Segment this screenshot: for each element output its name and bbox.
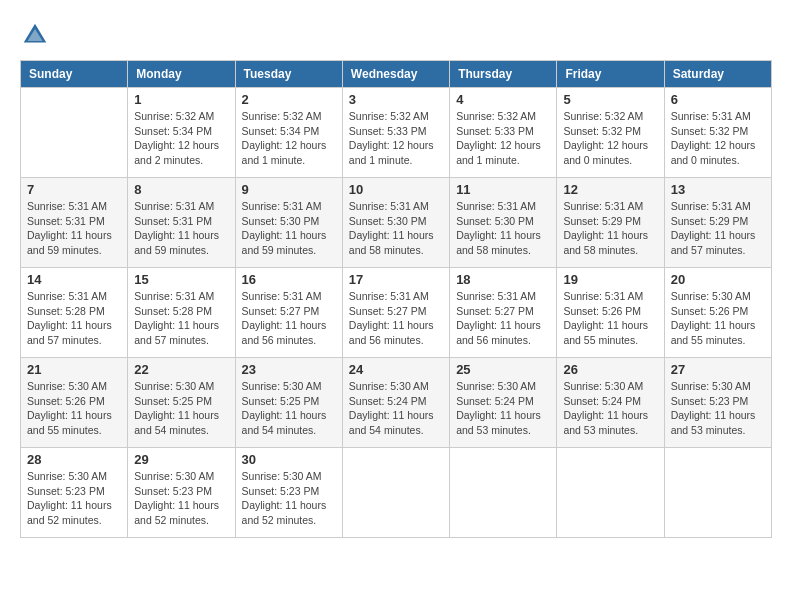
day-info: Sunrise: 5:31 AM Sunset: 5:30 PM Dayligh… [349, 199, 443, 258]
calendar-cell: 18Sunrise: 5:31 AM Sunset: 5:27 PM Dayli… [450, 268, 557, 358]
day-info: Sunrise: 5:30 AM Sunset: 5:24 PM Dayligh… [456, 379, 550, 438]
calendar-body: 1Sunrise: 5:32 AM Sunset: 5:34 PM Daylig… [21, 88, 772, 538]
weekday-header-tuesday: Tuesday [235, 61, 342, 88]
day-number: 21 [27, 362, 121, 377]
day-number: 18 [456, 272, 550, 287]
weekday-header-row: SundayMondayTuesdayWednesdayThursdayFrid… [21, 61, 772, 88]
calendar-cell: 4Sunrise: 5:32 AM Sunset: 5:33 PM Daylig… [450, 88, 557, 178]
calendar-table: SundayMondayTuesdayWednesdayThursdayFrid… [20, 60, 772, 538]
day-number: 27 [671, 362, 765, 377]
day-info: Sunrise: 5:31 AM Sunset: 5:32 PM Dayligh… [671, 109, 765, 168]
day-info: Sunrise: 5:30 AM Sunset: 5:23 PM Dayligh… [134, 469, 228, 528]
calendar-cell [450, 448, 557, 538]
calendar-cell: 24Sunrise: 5:30 AM Sunset: 5:24 PM Dayli… [342, 358, 449, 448]
calendar-cell [664, 448, 771, 538]
calendar-cell: 20Sunrise: 5:30 AM Sunset: 5:26 PM Dayli… [664, 268, 771, 358]
day-number: 30 [242, 452, 336, 467]
day-number: 9 [242, 182, 336, 197]
calendar-cell: 28Sunrise: 5:30 AM Sunset: 5:23 PM Dayli… [21, 448, 128, 538]
calendar-week-row: 7Sunrise: 5:31 AM Sunset: 5:31 PM Daylig… [21, 178, 772, 268]
weekday-header-monday: Monday [128, 61, 235, 88]
day-number: 10 [349, 182, 443, 197]
weekday-header-wednesday: Wednesday [342, 61, 449, 88]
day-info: Sunrise: 5:31 AM Sunset: 5:26 PM Dayligh… [563, 289, 657, 348]
day-number: 28 [27, 452, 121, 467]
calendar-cell: 6Sunrise: 5:31 AM Sunset: 5:32 PM Daylig… [664, 88, 771, 178]
header [20, 20, 772, 50]
day-number: 11 [456, 182, 550, 197]
day-info: Sunrise: 5:30 AM Sunset: 5:25 PM Dayligh… [134, 379, 228, 438]
calendar-cell [342, 448, 449, 538]
calendar-cell: 30Sunrise: 5:30 AM Sunset: 5:23 PM Dayli… [235, 448, 342, 538]
day-info: Sunrise: 5:31 AM Sunset: 5:30 PM Dayligh… [456, 199, 550, 258]
logo-icon [20, 20, 50, 50]
calendar-cell: 26Sunrise: 5:30 AM Sunset: 5:24 PM Dayli… [557, 358, 664, 448]
day-number: 19 [563, 272, 657, 287]
calendar-week-row: 28Sunrise: 5:30 AM Sunset: 5:23 PM Dayli… [21, 448, 772, 538]
day-number: 16 [242, 272, 336, 287]
calendar-cell: 17Sunrise: 5:31 AM Sunset: 5:27 PM Dayli… [342, 268, 449, 358]
day-info: Sunrise: 5:31 AM Sunset: 5:29 PM Dayligh… [563, 199, 657, 258]
logo [20, 20, 55, 50]
day-info: Sunrise: 5:30 AM Sunset: 5:26 PM Dayligh… [671, 289, 765, 348]
day-number: 24 [349, 362, 443, 377]
day-info: Sunrise: 5:32 AM Sunset: 5:33 PM Dayligh… [456, 109, 550, 168]
day-info: Sunrise: 5:31 AM Sunset: 5:28 PM Dayligh… [27, 289, 121, 348]
day-info: Sunrise: 5:30 AM Sunset: 5:23 PM Dayligh… [671, 379, 765, 438]
calendar-header: SundayMondayTuesdayWednesdayThursdayFrid… [21, 61, 772, 88]
day-number: 14 [27, 272, 121, 287]
day-info: Sunrise: 5:31 AM Sunset: 5:30 PM Dayligh… [242, 199, 336, 258]
calendar-cell: 1Sunrise: 5:32 AM Sunset: 5:34 PM Daylig… [128, 88, 235, 178]
calendar-cell [21, 88, 128, 178]
calendar-cell: 5Sunrise: 5:32 AM Sunset: 5:32 PM Daylig… [557, 88, 664, 178]
day-info: Sunrise: 5:30 AM Sunset: 5:24 PM Dayligh… [563, 379, 657, 438]
day-info: Sunrise: 5:31 AM Sunset: 5:29 PM Dayligh… [671, 199, 765, 258]
calendar-cell: 27Sunrise: 5:30 AM Sunset: 5:23 PM Dayli… [664, 358, 771, 448]
weekday-header-friday: Friday [557, 61, 664, 88]
day-info: Sunrise: 5:32 AM Sunset: 5:34 PM Dayligh… [134, 109, 228, 168]
calendar-cell: 14Sunrise: 5:31 AM Sunset: 5:28 PM Dayli… [21, 268, 128, 358]
day-info: Sunrise: 5:32 AM Sunset: 5:32 PM Dayligh… [563, 109, 657, 168]
calendar-week-row: 14Sunrise: 5:31 AM Sunset: 5:28 PM Dayli… [21, 268, 772, 358]
calendar-cell: 7Sunrise: 5:31 AM Sunset: 5:31 PM Daylig… [21, 178, 128, 268]
day-info: Sunrise: 5:30 AM Sunset: 5:25 PM Dayligh… [242, 379, 336, 438]
day-number: 29 [134, 452, 228, 467]
calendar-week-row: 1Sunrise: 5:32 AM Sunset: 5:34 PM Daylig… [21, 88, 772, 178]
day-number: 7 [27, 182, 121, 197]
day-info: Sunrise: 5:31 AM Sunset: 5:27 PM Dayligh… [349, 289, 443, 348]
day-info: Sunrise: 5:30 AM Sunset: 5:26 PM Dayligh… [27, 379, 121, 438]
calendar-cell [557, 448, 664, 538]
calendar-cell: 19Sunrise: 5:31 AM Sunset: 5:26 PM Dayli… [557, 268, 664, 358]
day-number: 4 [456, 92, 550, 107]
day-number: 22 [134, 362, 228, 377]
weekday-header-thursday: Thursday [450, 61, 557, 88]
day-number: 13 [671, 182, 765, 197]
day-number: 23 [242, 362, 336, 377]
day-info: Sunrise: 5:32 AM Sunset: 5:33 PM Dayligh… [349, 109, 443, 168]
calendar-cell: 12Sunrise: 5:31 AM Sunset: 5:29 PM Dayli… [557, 178, 664, 268]
day-number: 5 [563, 92, 657, 107]
day-number: 2 [242, 92, 336, 107]
day-info: Sunrise: 5:31 AM Sunset: 5:27 PM Dayligh… [456, 289, 550, 348]
day-number: 12 [563, 182, 657, 197]
day-info: Sunrise: 5:30 AM Sunset: 5:23 PM Dayligh… [27, 469, 121, 528]
calendar-cell: 23Sunrise: 5:30 AM Sunset: 5:25 PM Dayli… [235, 358, 342, 448]
day-info: Sunrise: 5:31 AM Sunset: 5:28 PM Dayligh… [134, 289, 228, 348]
calendar-cell: 2Sunrise: 5:32 AM Sunset: 5:34 PM Daylig… [235, 88, 342, 178]
day-info: Sunrise: 5:30 AM Sunset: 5:23 PM Dayligh… [242, 469, 336, 528]
weekday-header-saturday: Saturday [664, 61, 771, 88]
weekday-header-sunday: Sunday [21, 61, 128, 88]
day-info: Sunrise: 5:32 AM Sunset: 5:34 PM Dayligh… [242, 109, 336, 168]
calendar-cell: 9Sunrise: 5:31 AM Sunset: 5:30 PM Daylig… [235, 178, 342, 268]
calendar-cell: 13Sunrise: 5:31 AM Sunset: 5:29 PM Dayli… [664, 178, 771, 268]
calendar-cell: 8Sunrise: 5:31 AM Sunset: 5:31 PM Daylig… [128, 178, 235, 268]
calendar-cell: 25Sunrise: 5:30 AM Sunset: 5:24 PM Dayli… [450, 358, 557, 448]
calendar-cell: 16Sunrise: 5:31 AM Sunset: 5:27 PM Dayli… [235, 268, 342, 358]
calendar-cell: 11Sunrise: 5:31 AM Sunset: 5:30 PM Dayli… [450, 178, 557, 268]
day-number: 6 [671, 92, 765, 107]
calendar-cell: 10Sunrise: 5:31 AM Sunset: 5:30 PM Dayli… [342, 178, 449, 268]
day-info: Sunrise: 5:31 AM Sunset: 5:31 PM Dayligh… [27, 199, 121, 258]
calendar-cell: 22Sunrise: 5:30 AM Sunset: 5:25 PM Dayli… [128, 358, 235, 448]
day-number: 3 [349, 92, 443, 107]
day-number: 8 [134, 182, 228, 197]
